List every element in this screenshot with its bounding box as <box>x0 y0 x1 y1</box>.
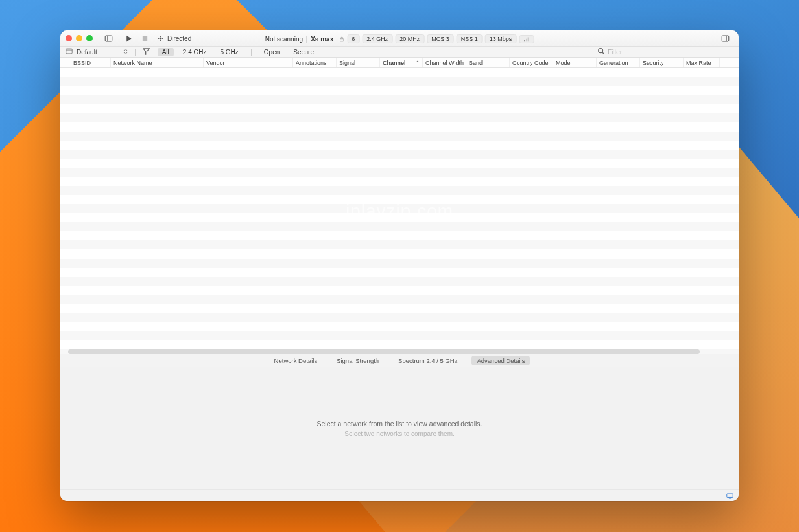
filter-24ghz[interactable]: 2.4 GHz <box>178 48 211 56</box>
display-icon[interactable] <box>726 490 733 502</box>
tab-network-details[interactable]: Network Details <box>269 356 323 365</box>
network-table-body[interactable]: iplayzip.com <box>60 68 739 354</box>
detail-tabs: Network Details Signal Strength Spectrum… <box>60 354 739 367</box>
filter-all[interactable]: All <box>158 48 174 56</box>
detail-body: Select a network from the list to view a… <box>60 367 739 489</box>
scan-status: Not scanning | Xs max <box>265 36 334 43</box>
right-panel-toggle-icon[interactable] <box>720 33 731 44</box>
svg-rect-12 <box>527 37 529 41</box>
svg-rect-15 <box>66 49 72 54</box>
col-name[interactable]: Network Name <box>111 58 204 67</box>
column-headers: BSSIDNetwork NameVendorAnnotationsSignal… <box>60 58 739 68</box>
svg-rect-9 <box>340 39 343 41</box>
traffic-lights <box>66 35 93 41</box>
filter-bar: Default All 2.4 GHz 5 GHz Open Secure <box>60 46 739 58</box>
zoom-button[interactable] <box>86 35 93 41</box>
chip-nss: NSS 1 <box>457 34 483 43</box>
col-channel[interactable]: Channel <box>380 58 423 67</box>
svg-rect-13 <box>722 36 729 41</box>
svg-rect-0 <box>105 36 112 41</box>
svg-line-19 <box>602 52 604 54</box>
search-input[interactable] <box>608 49 718 56</box>
col-vendor[interactable]: Vendor <box>204 58 293 67</box>
svg-point-4 <box>160 38 161 39</box>
svg-point-18 <box>599 49 603 53</box>
footer <box>60 489 739 501</box>
filter-5ghz[interactable]: 5 GHz <box>216 48 243 56</box>
chip-rate: 13 Mbps <box>485 34 517 43</box>
search-wrap <box>597 47 733 56</box>
status-chips: Not scanning | Xs max 6 2.4 GHz 20 MHz M… <box>265 33 534 45</box>
col-annot[interactable]: Annotations <box>293 58 337 67</box>
stop-icon[interactable] <box>139 33 150 44</box>
watermark: iplayzip.com <box>346 201 453 222</box>
window-icon <box>66 48 73 56</box>
svg-marker-17 <box>143 48 149 54</box>
col-gen[interactable]: Generation <box>597 58 640 67</box>
close-button[interactable] <box>66 35 72 41</box>
chip-channel: 6 <box>347 34 359 43</box>
sidebar-toggle-icon[interactable] <box>103 33 114 44</box>
svg-rect-20 <box>727 493 733 497</box>
col-bssid[interactable]: BSSID <box>71 58 111 67</box>
profile-select[interactable]: Default <box>77 49 128 56</box>
svg-rect-3 <box>143 36 147 40</box>
col-sec[interactable]: Security <box>640 58 684 67</box>
chip-mcs: MCS 3 <box>427 34 454 43</box>
lock-icon <box>339 33 344 45</box>
filter-secure[interactable]: Secure <box>289 48 318 56</box>
chip-band: 2.4 GHz <box>362 34 392 43</box>
tab-spectrum[interactable]: Spectrum 2.4 / 5 GHz <box>393 356 462 365</box>
svg-rect-10 <box>524 40 525 41</box>
svg-rect-11 <box>526 38 527 41</box>
directed-scan-button[interactable]: Directed <box>157 35 191 42</box>
col-band[interactable]: Band <box>466 58 510 67</box>
play-icon[interactable] <box>123 33 134 44</box>
detail-placeholder-line1: Select a network from the list to view a… <box>316 420 482 428</box>
updown-icon <box>123 49 128 56</box>
directed-label: Directed <box>167 35 191 42</box>
col-rate[interactable]: Max Rate <box>684 58 720 67</box>
filter-open[interactable]: Open <box>259 48 284 56</box>
funnel-icon[interactable] <box>143 48 150 56</box>
col-cc[interactable]: Country Code <box>510 58 553 67</box>
minimize-button[interactable] <box>76 35 82 41</box>
col-signal[interactable]: Signal <box>337 58 380 67</box>
svg-marker-2 <box>126 35 131 41</box>
col-mode[interactable]: Mode <box>553 58 597 67</box>
profile-name: Default <box>77 49 97 56</box>
app-window: Directed Not scanning | Xs max 6 2.4 GHz… <box>60 30 739 501</box>
col-chwidth[interactable]: Channel Width <box>423 58 466 67</box>
tab-advanced-details[interactable]: Advanced Details <box>471 356 530 365</box>
search-icon[interactable] <box>597 47 605 56</box>
detail-placeholder-line2: Select two networks to compare them. <box>344 430 455 437</box>
horizontal-scrollbar[interactable] <box>68 349 700 354</box>
tab-signal-strength[interactable]: Signal Strength <box>331 356 384 365</box>
chip-width: 20 MHz <box>395 34 424 43</box>
titlebar: Directed Not scanning | Xs max 6 2.4 GHz… <box>60 30 739 46</box>
signal-bars-icon <box>519 35 534 43</box>
